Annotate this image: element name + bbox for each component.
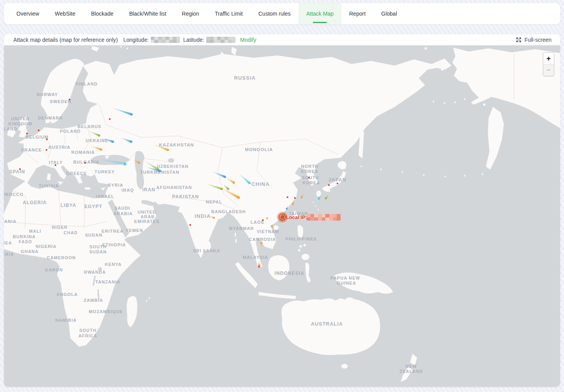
map-label: ALGERIA bbox=[23, 200, 47, 205]
map-label: MYANMAR bbox=[229, 226, 254, 231]
map-label: JAPAN bbox=[328, 177, 346, 183]
zoom-out-button[interactable]: − bbox=[543, 64, 554, 76]
latitude-label: Latitude: bbox=[183, 37, 204, 43]
map-label: FASO bbox=[19, 239, 32, 244]
map-label: KOREA bbox=[302, 180, 320, 185]
attack-trail-head bbox=[100, 148, 102, 151]
map-label: ZEALAND bbox=[400, 369, 423, 374]
latitude-value-blurred bbox=[206, 37, 236, 43]
attack-dot bbox=[38, 130, 39, 131]
fullscreen-button[interactable]: Full-screen bbox=[516, 37, 552, 43]
map-label: BELGIUM bbox=[26, 135, 48, 139]
map-label: ETHIOPIA bbox=[102, 242, 126, 247]
attack-trail-head bbox=[138, 162, 140, 164]
sulawesi bbox=[305, 263, 311, 283]
aral-sea bbox=[168, 158, 174, 163]
map-toolbar: Attack map details (map for reference on… bbox=[4, 34, 560, 45]
map-label: SWEDEN bbox=[50, 99, 71, 104]
modify-link[interactable]: Modify bbox=[240, 37, 256, 43]
attack-map-panel: Attack map details (map for reference on… bbox=[4, 34, 560, 387]
attack-dot bbox=[69, 99, 70, 100]
attack-dot bbox=[328, 184, 330, 186]
attack-dot bbox=[46, 149, 47, 151]
map-label: POLAND bbox=[60, 129, 80, 134]
attack-trail-head bbox=[260, 242, 262, 244]
map-label: IRELAND bbox=[4, 127, 17, 131]
attack-dot bbox=[109, 118, 111, 120]
map-label: MOZAMBIQUE bbox=[89, 309, 123, 314]
map-label: CAMEROON bbox=[47, 255, 76, 260]
tab-custom-rules[interactable]: Custom rules bbox=[251, 3, 298, 24]
map-label: SAUDI bbox=[114, 206, 130, 210]
map-label: SPAIN bbox=[9, 169, 25, 175]
map-label: AUSTRALIA bbox=[311, 321, 343, 327]
tasmania bbox=[341, 364, 348, 369]
java bbox=[259, 292, 296, 299]
map-label: GUINEA bbox=[337, 281, 356, 285]
map-label: UNITED bbox=[11, 116, 30, 121]
map-label: TANZANIA bbox=[95, 280, 120, 284]
map-label: NEPAL bbox=[206, 200, 222, 204]
map-label: EGYPT bbox=[84, 204, 102, 209]
zoom-in-button[interactable]: + bbox=[543, 53, 554, 64]
map-label: TURKEY bbox=[95, 169, 115, 174]
map-label: BELARUS bbox=[78, 124, 102, 129]
fullscreen-label: Full-screen bbox=[525, 37, 552, 43]
map-label: INDIA bbox=[195, 213, 211, 219]
map-label: RWANDA bbox=[84, 270, 106, 274]
main-tab-bar: OverviewWebSiteBlockadeBlack/White listR… bbox=[4, 3, 560, 24]
tab-global[interactable]: Global bbox=[373, 3, 405, 24]
longitude-label: Longitude: bbox=[123, 37, 149, 43]
attack-trail-head bbox=[112, 141, 114, 143]
map-label: NORTH bbox=[301, 164, 319, 169]
attack-dot bbox=[287, 196, 288, 198]
tab-report[interactable]: Report bbox=[341, 3, 373, 24]
tab-overview[interactable]: Overview bbox=[9, 3, 47, 24]
attack-dot bbox=[46, 139, 48, 140]
map-label: LIBERIA bbox=[4, 252, 14, 257]
map-label: KINGDOM bbox=[9, 121, 32, 126]
attack-dot bbox=[55, 164, 56, 166]
map-label: INDONESIA bbox=[275, 271, 305, 276]
svalbard bbox=[91, 46, 99, 52]
map-label: BANGLADESH bbox=[211, 209, 246, 214]
map-label: GHANA bbox=[21, 249, 39, 254]
map-label: VIETNAM bbox=[257, 229, 279, 234]
borneo bbox=[268, 255, 289, 280]
tab-website[interactable]: WebSite bbox=[47, 3, 83, 24]
attack-trail-head bbox=[325, 197, 327, 199]
map-label: FRANCE bbox=[21, 148, 42, 152]
tab-attack-map[interactable]: Attack Map bbox=[298, 3, 341, 24]
map-label: MALI bbox=[29, 229, 41, 233]
map-label: CHAD bbox=[64, 230, 78, 235]
attack-dot bbox=[266, 217, 268, 219]
map-label: PAKISTAN bbox=[172, 194, 199, 200]
map-label: EMIRATES bbox=[134, 219, 160, 224]
map-label: ERITREA bbox=[102, 229, 123, 233]
hokkaido bbox=[337, 161, 346, 169]
attack-map[interactable]: RUSSIAFINLANDNORWAYSWEDENDENMARKUNITEDKI… bbox=[4, 45, 560, 387]
madagascar bbox=[127, 296, 137, 327]
tab-black-white-list[interactable]: Black/White list bbox=[121, 3, 174, 24]
map-label: ISRAEL bbox=[96, 194, 114, 199]
map-label: UZBEKISTAN bbox=[157, 164, 188, 169]
map-label: SUDAN bbox=[89, 249, 107, 254]
attack-dot bbox=[262, 219, 264, 221]
map-label: BURKINA bbox=[13, 234, 36, 239]
tab-blockade[interactable]: Blockade bbox=[83, 3, 121, 24]
map-label: KOREA bbox=[301, 169, 318, 174]
world-map[interactable]: RUSSIAFINLANDNORWAYSWEDENDENMARKUNITEDKI… bbox=[4, 45, 560, 387]
map-label: SOUTH bbox=[302, 175, 319, 180]
tab-region[interactable]: Region bbox=[174, 3, 207, 24]
map-label: GREECE bbox=[66, 171, 87, 176]
map-label: SUDAN bbox=[85, 233, 103, 237]
tab-traffic-limit[interactable]: Traffic Limit bbox=[207, 3, 251, 24]
panel-title: Attack map details (map for reference on… bbox=[13, 37, 118, 43]
map-label: MAURITANIA bbox=[4, 219, 16, 224]
map-label: UNITED bbox=[137, 210, 156, 214]
mindanao bbox=[302, 254, 309, 260]
attack-dot bbox=[84, 162, 86, 164]
map-label: GABON bbox=[45, 267, 63, 272]
attack-trail-head bbox=[233, 182, 235, 184]
map-label: ANGOLA bbox=[57, 292, 78, 297]
